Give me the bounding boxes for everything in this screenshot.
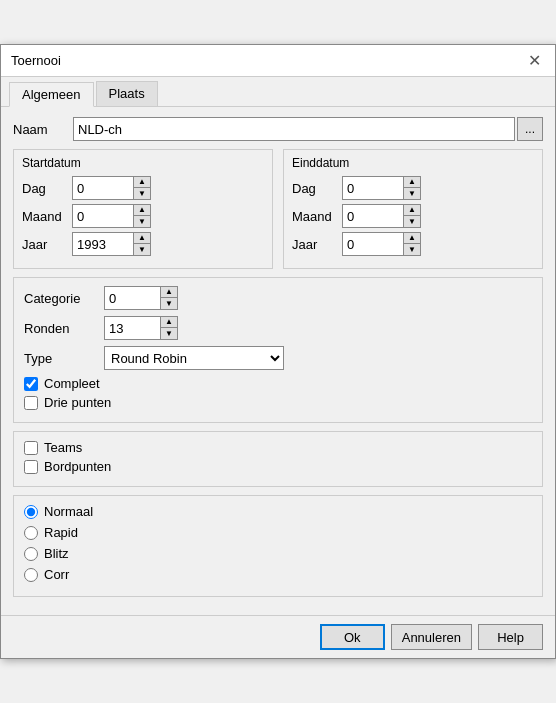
end-maand-input[interactable]	[343, 205, 403, 227]
drie-punten-label: Drie punten	[44, 395, 111, 410]
window-title: Toernooi	[11, 53, 61, 68]
type-label: Type	[24, 351, 104, 366]
ronden-input[interactable]	[105, 317, 160, 339]
startdatum-title: Startdatum	[22, 156, 264, 170]
radio-normaal-label: Normaal	[44, 504, 93, 519]
end-maand-up[interactable]: ▲	[404, 205, 420, 216]
end-jaar-input[interactable]	[343, 233, 403, 255]
compleet-checkbox[interactable]	[24, 377, 38, 391]
radio-corr-label: Corr	[44, 567, 69, 582]
ok-button[interactable]: Ok	[320, 624, 385, 650]
end-jaar-row: Jaar ▲ ▼	[292, 232, 534, 256]
start-jaar-label: Jaar	[22, 237, 72, 252]
start-dag-label: Dag	[22, 181, 72, 196]
categorie-row: Categorie ▲ ▼	[24, 286, 532, 310]
end-maand-down[interactable]: ▼	[404, 216, 420, 227]
start-dag-up[interactable]: ▲	[134, 177, 150, 188]
teams-checkbox[interactable]	[24, 441, 38, 455]
start-dag-spinner-btns: ▲ ▼	[133, 177, 150, 199]
dates-section: Startdatum Dag ▲ ▼ Maand	[13, 149, 543, 269]
end-dag-up[interactable]: ▲	[404, 177, 420, 188]
radio-normaal-row: Normaal	[24, 504, 532, 519]
radio-corr-row: Corr	[24, 567, 532, 582]
start-maand-label: Maand	[22, 209, 72, 224]
start-dag-input[interactable]	[73, 177, 133, 199]
einddatum-title: Einddatum	[292, 156, 534, 170]
type-row: Type Round Robin Swiss Knockout	[24, 346, 532, 370]
ronden-up[interactable]: ▲	[161, 317, 177, 328]
radio-rapid-label: Rapid	[44, 525, 78, 540]
start-dag-spinner: ▲ ▼	[72, 176, 151, 200]
ronden-down[interactable]: ▼	[161, 328, 177, 339]
tab-content: Naam ... Startdatum Dag ▲ ▼	[1, 107, 555, 615]
tab-bar: Algemeen Plaats	[1, 77, 555, 107]
compleet-label: Compleet	[44, 376, 100, 391]
end-maand-label: Maand	[292, 209, 342, 224]
drie-punten-row: Drie punten	[24, 395, 532, 410]
start-maand-up[interactable]: ▲	[134, 205, 150, 216]
start-dag-down[interactable]: ▼	[134, 188, 150, 199]
start-maand-spinner: ▲ ▼	[72, 204, 151, 228]
footer: Ok Annuleren Help	[1, 615, 555, 658]
compleet-row: Compleet	[24, 376, 532, 391]
browse-button[interactable]: ...	[517, 117, 543, 141]
teams-section: Teams Bordpunten	[13, 431, 543, 487]
help-button[interactable]: Help	[478, 624, 543, 650]
end-jaar-up[interactable]: ▲	[404, 233, 420, 244]
radio-corr[interactable]	[24, 568, 38, 582]
naam-input[interactable]	[73, 117, 515, 141]
radio-blitz[interactable]	[24, 547, 38, 561]
start-maand-spinner-btns: ▲ ▼	[133, 205, 150, 227]
end-jaar-label: Jaar	[292, 237, 342, 252]
categorie-up[interactable]: ▲	[161, 287, 177, 298]
ronden-row: Ronden ▲ ▼	[24, 316, 532, 340]
teams-row: Teams	[24, 440, 532, 455]
start-jaar-spinner: ▲ ▼	[72, 232, 151, 256]
tab-plaats[interactable]: Plaats	[96, 81, 158, 106]
start-jaar-down[interactable]: ▼	[134, 244, 150, 255]
main-window: Toernooi ✕ Algemeen Plaats Naam ... Star…	[0, 44, 556, 659]
end-dag-spinner-btns: ▲ ▼	[403, 177, 420, 199]
bordpunten-row: Bordpunten	[24, 459, 532, 474]
start-jaar-row: Jaar ▲ ▼	[22, 232, 264, 256]
end-maand-spinner: ▲ ▼	[342, 204, 421, 228]
tab-algemeen[interactable]: Algemeen	[9, 82, 94, 107]
end-maand-spinner-btns: ▲ ▼	[403, 205, 420, 227]
radio-section: Normaal Rapid Blitz Corr	[13, 495, 543, 597]
type-select[interactable]: Round Robin Swiss Knockout	[104, 346, 284, 370]
annuleren-button[interactable]: Annuleren	[391, 624, 472, 650]
bordpunten-label: Bordpunten	[44, 459, 111, 474]
categorie-spinner: ▲ ▼	[104, 286, 178, 310]
start-maand-input[interactable]	[73, 205, 133, 227]
einddatum-group: Einddatum Dag ▲ ▼ Maand	[283, 149, 543, 269]
bordpunten-checkbox[interactable]	[24, 460, 38, 474]
end-dag-label: Dag	[292, 181, 342, 196]
start-maand-row: Maand ▲ ▼	[22, 204, 264, 228]
start-jaar-spinner-btns: ▲ ▼	[133, 233, 150, 255]
radio-blitz-label: Blitz	[44, 546, 69, 561]
start-maand-down[interactable]: ▼	[134, 216, 150, 227]
teams-label: Teams	[44, 440, 82, 455]
end-dag-spinner: ▲ ▼	[342, 176, 421, 200]
naam-row: Naam ...	[13, 117, 543, 141]
naam-label: Naam	[13, 122, 73, 137]
end-jaar-spinner-btns: ▲ ▼	[403, 233, 420, 255]
categorie-label: Categorie	[24, 291, 104, 306]
radio-rapid[interactable]	[24, 526, 38, 540]
start-jaar-up[interactable]: ▲	[134, 233, 150, 244]
radio-rapid-row: Rapid	[24, 525, 532, 540]
start-jaar-input[interactable]	[73, 233, 133, 255]
close-button[interactable]: ✕	[524, 51, 545, 70]
categorie-down[interactable]: ▼	[161, 298, 177, 309]
end-dag-down[interactable]: ▼	[404, 188, 420, 199]
start-dag-row: Dag ▲ ▼	[22, 176, 264, 200]
title-bar: Toernooi ✕	[1, 45, 555, 77]
tab-plaats-label: Plaats	[109, 86, 145, 101]
ronden-spinner: ▲ ▼	[104, 316, 178, 340]
radio-normaal[interactable]	[24, 505, 38, 519]
drie-punten-checkbox[interactable]	[24, 396, 38, 410]
ronden-label: Ronden	[24, 321, 104, 336]
end-jaar-down[interactable]: ▼	[404, 244, 420, 255]
categorie-input[interactable]	[105, 287, 160, 309]
end-dag-input[interactable]	[343, 177, 403, 199]
